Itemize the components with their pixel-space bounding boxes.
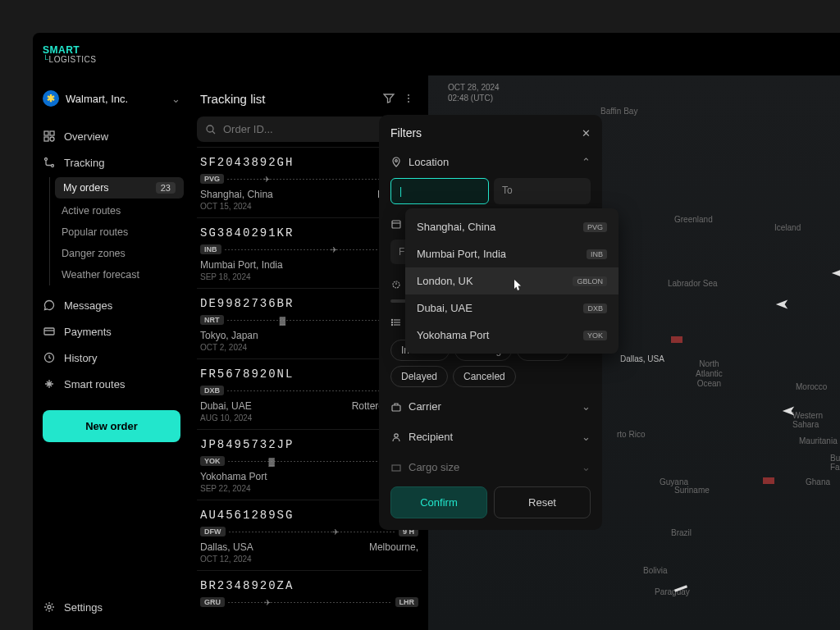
- pin-icon: [390, 157, 402, 168]
- dropdown-item-label: Shanghai, China: [417, 221, 495, 233]
- filter-section-location[interactable]: Location ⌃: [390, 151, 591, 173]
- from-location: Dubai, UAE: [200, 400, 252, 412]
- ship-icon: [763, 477, 774, 484]
- filters-title: Filters: [390, 126, 422, 139]
- sparkle-icon: [43, 377, 56, 390]
- close-icon[interactable]: ✕: [582, 127, 591, 139]
- plane-icon: [774, 297, 789, 312]
- nav-tracking[interactable]: Tracking: [33, 149, 190, 176]
- map-label: Brazil: [671, 528, 692, 537]
- dropdown-item[interactable]: Mumbai Port, IndiaINB: [405, 240, 619, 267]
- map-timestamp: OCT 28, 202402:48 (UTC): [448, 82, 500, 103]
- confirm-button[interactable]: Confirm: [390, 486, 487, 518]
- nav-payments[interactable]: Payments: [33, 318, 190, 345]
- order-card[interactable]: BR2348920ZA GRU ✈ LHR: [197, 570, 422, 620]
- chevron-down-icon: ⌄: [582, 431, 591, 443]
- map-label: Bolivia: [643, 566, 667, 575]
- filter-section-carrier[interactable]: Carrier ⌄: [390, 395, 591, 418]
- list-icon: [390, 317, 402, 328]
- chevron-down-icon: ⌄: [582, 400, 591, 413]
- subnav-danger-zones[interactable]: Danger zones: [50, 243, 190, 264]
- filter-section-cargo[interactable]: Cargo size ⌄: [390, 456, 591, 478]
- reset-button[interactable]: Reset: [494, 486, 591, 518]
- nav-primary: Overview Tracking My orders 23 Active ro…: [33, 123, 190, 397]
- map-label: Dallas, USA: [620, 354, 664, 363]
- briefcase-icon: [390, 401, 402, 413]
- nav-settings[interactable]: Settings: [33, 594, 190, 620]
- map-label: Suriname: [674, 486, 710, 495]
- svg-rect-6: [44, 328, 54, 335]
- port-code-tag: INB: [587, 249, 607, 259]
- dropdown-item-label: London, UK: [417, 275, 473, 287]
- box-icon: [390, 462, 402, 473]
- port-tag: YOK: [200, 456, 225, 466]
- tracking-subnav: My orders 23 Active routes Popular route…: [49, 177, 190, 285]
- chat-icon: [43, 299, 56, 312]
- company-selector[interactable]: ✱ Walmart, Inc. ⌄: [33, 85, 190, 112]
- svg-point-27: [395, 433, 398, 436]
- port-code-tag: DXB: [583, 304, 607, 313]
- from-location: Shanghai, China: [200, 189, 273, 200]
- map-label: Mauritania: [799, 436, 838, 445]
- svg-line-14: [212, 131, 215, 134]
- ship-icon: [671, 336, 682, 343]
- subnav-my-orders[interactable]: My orders 23: [55, 177, 184, 199]
- status-chip[interactable]: Delayed: [390, 366, 448, 387]
- my-orders-badge: 23: [156, 182, 176, 194]
- subnav-weather[interactable]: Weather forecast: [50, 264, 190, 285]
- order-date: OCT 12, 2024: [200, 555, 418, 564]
- dropdown-item[interactable]: Yokohama PortYOK: [405, 322, 619, 349]
- new-order-button[interactable]: New order: [43, 410, 180, 442]
- tracking-list-title: Tracking list: [200, 92, 379, 106]
- grid-icon: [43, 130, 56, 143]
- map-label: Baffin Bay: [600, 107, 637, 116]
- location-from-input[interactable]: |: [390, 178, 489, 204]
- chevron-down-icon: ⌄: [171, 93, 180, 105]
- svg-rect-1: [50, 131, 54, 135]
- svg-rect-0: [44, 131, 48, 135]
- map-label: Labrador Sea: [668, 279, 718, 288]
- nav-overview[interactable]: Overview: [33, 123, 190, 149]
- svg-point-12: [408, 101, 409, 103]
- from-location: Mumbai Port, India: [200, 259, 283, 271]
- svg-point-25: [391, 324, 392, 325]
- logo-bottom: └LOGISTICS: [43, 56, 96, 64]
- filter-icon[interactable]: [379, 89, 399, 108]
- map-label: Burkina Faso: [830, 454, 840, 472]
- svg-rect-2: [44, 137, 48, 141]
- port-tag: LHR: [395, 597, 419, 607]
- svg-point-23: [391, 319, 392, 320]
- map-label: Paraguay: [655, 587, 690, 596]
- svg-rect-28: [392, 465, 400, 471]
- svg-point-10: [408, 94, 409, 96]
- more-icon[interactable]: [399, 89, 418, 108]
- sidebar: ✱ Walmart, Inc. ⌄ Overview Tracking My o…: [33, 75, 190, 630]
- dropdown-item[interactable]: Shanghai, ChinaPVG: [405, 213, 619, 240]
- to-location: Melbourne,: [369, 541, 418, 553]
- timer-icon: [390, 278, 402, 290]
- map-label: rto Rico: [617, 430, 645, 439]
- plane-icon: [830, 266, 840, 281]
- filter-section-recipient[interactable]: Recipient ⌄: [390, 426, 591, 448]
- nav-history[interactable]: History: [33, 345, 190, 371]
- status-chip[interactable]: Canceled: [453, 366, 516, 387]
- port-tag: GRU: [200, 597, 225, 607]
- port-tag: INB: [200, 244, 221, 254]
- topbar: SMART └LOGISTICS: [33, 33, 840, 75]
- route-line: ✈: [228, 602, 392, 603]
- map-label: Ghana: [806, 477, 830, 486]
- map-label: Western Sahara: [792, 411, 840, 429]
- cursor-pointer-icon: [510, 279, 523, 292]
- chevron-down-icon: ⌄: [582, 461, 591, 473]
- gear-icon: [43, 600, 56, 614]
- map-label: NorthAtlanticOcean: [696, 359, 723, 389]
- card-icon: [43, 325, 56, 338]
- from-location: Yokohama Port: [200, 471, 267, 482]
- nav-smart-routes[interactable]: Smart routes: [33, 371, 190, 397]
- location-to-input[interactable]: To: [494, 178, 591, 204]
- calendar-icon: [390, 218, 402, 230]
- nav-messages[interactable]: Messages: [33, 292, 190, 318]
- subnav-popular-routes[interactable]: Popular routes: [50, 221, 190, 243]
- subnav-active-routes[interactable]: Active routes: [50, 200, 190, 221]
- dropdown-item[interactable]: Dubai, UAEDXB: [405, 294, 619, 322]
